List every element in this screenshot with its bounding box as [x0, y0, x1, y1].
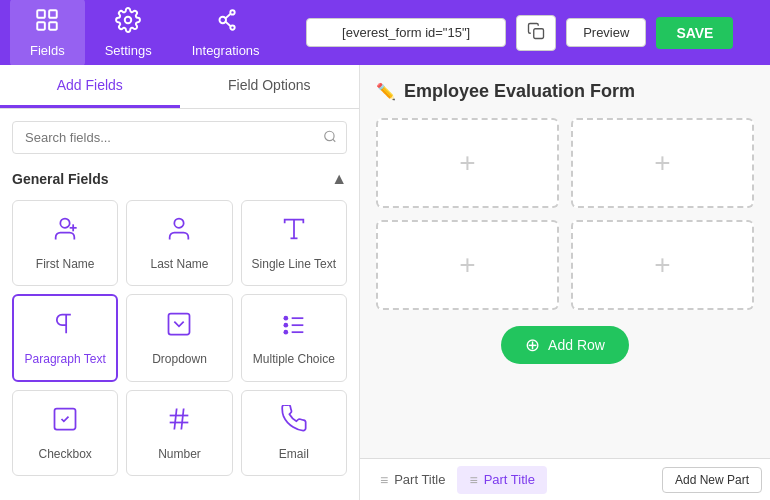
svg-point-7: [230, 25, 234, 29]
nav-integrations[interactable]: Integrations: [172, 0, 280, 66]
field-multiple-choice[interactable]: Multiple Choice: [241, 294, 347, 382]
plus-icon-2: +: [654, 147, 670, 179]
right-panel: ✏️ Employee Evaluation Form + + + +: [360, 65, 770, 500]
svg-rect-2: [38, 22, 46, 30]
chevron-up-icon[interactable]: ▲: [331, 170, 347, 188]
plus-icon-3: +: [459, 249, 475, 281]
preview-button[interactable]: Preview: [566, 18, 646, 47]
drop-zone-4[interactable]: +: [571, 220, 754, 310]
field-first-name[interactable]: First Name: [12, 200, 118, 286]
svg-rect-19: [169, 314, 190, 335]
number-field-icon: [165, 405, 193, 439]
drop-zone-3[interactable]: +: [376, 220, 559, 310]
user-field-icon: [51, 215, 79, 249]
part-tab-1[interactable]: ≡ Part Title: [368, 466, 457, 494]
field-multiple-choice-label: Multiple Choice: [253, 352, 335, 366]
add-row-button[interactable]: ⊕ Add Row: [501, 326, 629, 364]
field-single-line-text[interactable]: Single Line Text: [241, 200, 347, 286]
edit-icon: ✏️: [376, 82, 396, 101]
add-new-part-button[interactable]: Add New Part: [662, 467, 762, 493]
search-input[interactable]: [12, 121, 347, 154]
save-button[interactable]: SAVE: [656, 17, 733, 49]
copy-shortcode-button[interactable]: [516, 15, 556, 51]
part-title-bar: ≡ Part Title ≡ Part Title Add New Part: [360, 458, 770, 500]
field-checkbox-label: Checkbox: [38, 447, 91, 461]
form-row-2: + +: [376, 220, 754, 310]
search-container: [0, 109, 359, 166]
drag-icon-1: ≡: [380, 472, 388, 488]
svg-point-22: [283, 323, 288, 328]
svg-line-12: [333, 139, 336, 142]
svg-point-4: [125, 17, 132, 24]
drop-zone-2[interactable]: +: [571, 118, 754, 208]
svg-point-16: [175, 219, 184, 228]
settings-icon: [115, 7, 141, 39]
part-tab-2[interactable]: ≡ Part Title: [457, 466, 546, 494]
field-last-name[interactable]: Last Name: [126, 200, 232, 286]
svg-line-30: [182, 409, 184, 430]
fields-scroll: First Name Last Name Single Line Text: [0, 196, 359, 500]
drop-zone-1[interactable]: +: [376, 118, 559, 208]
field-dropdown-label: Dropdown: [152, 352, 207, 366]
field-paragraph-label: Paragraph Text: [25, 352, 106, 366]
svg-rect-1: [50, 10, 58, 18]
tab-field-options[interactable]: Field Options: [180, 65, 360, 108]
fields-grid: First Name Last Name Single Line Text: [12, 200, 347, 476]
tabs: Add Fields Field Options: [0, 65, 359, 109]
nav-integrations-label: Integrations: [192, 43, 260, 58]
tab-add-fields[interactable]: Add Fields: [0, 65, 180, 108]
dropdown-field-icon: [165, 310, 193, 344]
field-dropdown[interactable]: Dropdown: [126, 294, 232, 382]
field-paragraph-text[interactable]: Paragraph Text: [12, 294, 118, 382]
form-title-row: ✏️ Employee Evaluation Form: [376, 81, 754, 102]
field-last-name-label: Last Name: [150, 257, 208, 271]
main-layout: Add Fields Field Options General Fields …: [0, 65, 770, 500]
drag-icon-2: ≡: [469, 472, 477, 488]
svg-point-6: [230, 10, 234, 14]
field-first-name-label: First Name: [36, 257, 95, 271]
svg-point-24: [283, 330, 288, 335]
nav-fields-label: Fields: [30, 43, 65, 58]
paragraph-field-icon: [51, 310, 79, 344]
user-field-icon-2: [165, 215, 193, 249]
form-area: ✏️ Employee Evaluation Form + + + +: [360, 65, 770, 458]
add-row-container: ⊕ Add Row: [376, 322, 754, 376]
shortcode-display[interactable]: [everest_form id="15"]: [306, 18, 506, 47]
plus-icon-1: +: [459, 147, 475, 179]
field-email-label: Email: [279, 447, 309, 461]
field-checkbox[interactable]: Checkbox: [12, 390, 118, 476]
svg-rect-0: [38, 10, 46, 18]
svg-point-13: [60, 219, 69, 228]
nav-settings[interactable]: Settings: [85, 0, 172, 66]
integrations-icon: [213, 7, 239, 39]
form-row-1: + +: [376, 118, 754, 208]
svg-rect-3: [50, 22, 58, 30]
svg-line-29: [175, 409, 177, 430]
left-panel: Add Fields Field Options General Fields …: [0, 65, 360, 500]
field-email[interactable]: Email: [241, 390, 347, 476]
text-field-icon: [280, 215, 308, 249]
nav-settings-label: Settings: [105, 43, 152, 58]
svg-point-20: [283, 316, 288, 321]
svg-line-8: [225, 14, 230, 18]
plus-icon-4: +: [654, 249, 670, 281]
search-icon: [323, 129, 337, 146]
part-tab-2-label: Part Title: [484, 472, 535, 487]
field-number-label: Number: [158, 447, 201, 461]
multiple-choice-field-icon: [280, 310, 308, 344]
add-row-label: Add Row: [548, 337, 605, 353]
form-title: Employee Evaluation Form: [404, 81, 635, 102]
section-title: General Fields: [12, 171, 108, 187]
field-single-line-label: Single Line Text: [252, 257, 337, 271]
part-tab-1-label: Part Title: [394, 472, 445, 487]
section-header: General Fields ▲: [0, 166, 359, 196]
fields-icon: [34, 7, 60, 39]
svg-line-9: [225, 22, 230, 26]
field-number[interactable]: Number: [126, 390, 232, 476]
nav-center: [everest_form id="15"] Preview SAVE: [280, 15, 760, 51]
plus-circle-icon: ⊕: [525, 334, 540, 356]
checkbox-field-icon: [51, 405, 79, 439]
email-field-icon: [280, 405, 308, 439]
top-nav: Fields Settings Integrations [everest_fo…: [0, 0, 770, 65]
nav-fields[interactable]: Fields: [10, 0, 85, 66]
